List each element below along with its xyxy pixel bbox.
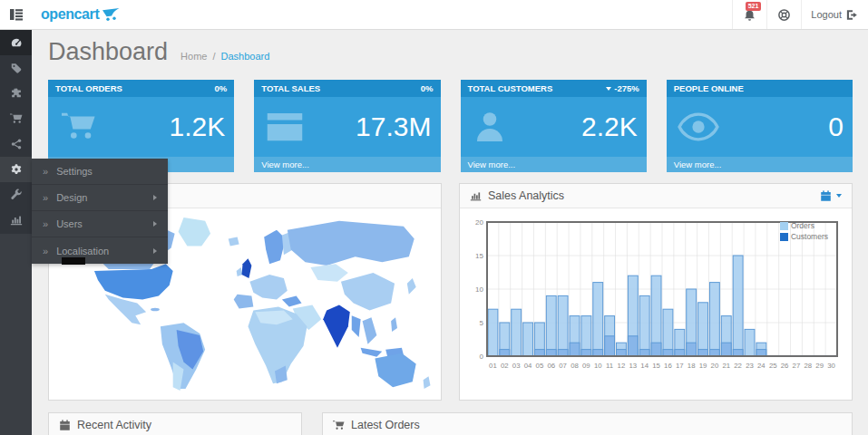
flyout-item-settings[interactable]: » Settings bbox=[32, 159, 168, 185]
credit-card-icon bbox=[265, 111, 305, 143]
sidebar-item-extensions[interactable] bbox=[0, 81, 32, 106]
wrench-icon bbox=[10, 188, 23, 201]
flyout-item-design[interactable]: » Design bbox=[32, 185, 168, 211]
tag-icon bbox=[10, 62, 23, 74]
latest-orders-heading: Latest Orders bbox=[323, 413, 852, 435]
middle-panels-row: Sales Analytics 010203040506070809101112… bbox=[48, 183, 853, 401]
page-header: Dashboard Home / Dashboard bbox=[32, 30, 868, 66]
sidebar-navigation bbox=[0, 30, 32, 435]
page-title: Dashboard bbox=[48, 38, 168, 66]
opencart-logo[interactable]: opencart bbox=[32, 0, 132, 29]
chart-legend: Orders Customers bbox=[780, 221, 828, 243]
view-more-link[interactable]: View more... bbox=[254, 157, 440, 172]
dashboard-icon bbox=[10, 36, 23, 49]
shopping-cart-icon bbox=[59, 110, 99, 144]
sidebar-item-reports[interactable] bbox=[0, 208, 32, 233]
tile-badge: 0% bbox=[215, 83, 228, 93]
eye-icon bbox=[678, 111, 719, 142]
svg-text:10: 10 bbox=[475, 285, 483, 294]
legend-customers: Customers bbox=[780, 232, 828, 241]
tile-badge: -275% bbox=[606, 83, 639, 93]
logout-button[interactable]: Logout bbox=[801, 0, 868, 29]
storefront-button[interactable] bbox=[766, 0, 801, 29]
bar-chart-icon bbox=[10, 214, 23, 227]
tile-value: 1.2K bbox=[170, 111, 226, 142]
tile-total-sales: TOTAL SALES 0% 17.3M View more... bbox=[254, 80, 440, 172]
svg-text:23: 23 bbox=[746, 362, 754, 370]
sidebar-item-marketing[interactable] bbox=[0, 131, 32, 157]
sidebar-lower-area bbox=[0, 234, 32, 435]
svg-text:08: 08 bbox=[571, 362, 579, 370]
sidebar-toggle-button[interactable] bbox=[0, 0, 32, 29]
sidebar-item-catalog[interactable] bbox=[0, 55, 32, 81]
customers-swatch bbox=[780, 233, 788, 241]
tile-badge: 0% bbox=[421, 83, 434, 93]
chevron-right-icon bbox=[153, 195, 157, 200]
svg-text:11: 11 bbox=[606, 362, 613, 370]
topbar-actions: 521 Logout bbox=[732, 0, 868, 29]
sidebar-item-system[interactable] bbox=[0, 157, 32, 182]
flyout-item-users[interactable]: » Users bbox=[32, 211, 168, 237]
menu-toggle-icon bbox=[9, 8, 24, 21]
top-bar: opencart 521 bbox=[0, 0, 868, 30]
panel-title: Recent Activity bbox=[77, 419, 151, 431]
svg-text:29: 29 bbox=[815, 362, 824, 370]
panel-title: Latest Orders bbox=[351, 419, 420, 431]
flyout-scroll-notch bbox=[62, 257, 85, 265]
date-range-dropdown[interactable] bbox=[820, 190, 842, 202]
tile-value: 2.2K bbox=[581, 111, 638, 142]
svg-text:06: 06 bbox=[547, 362, 555, 370]
svg-text:15: 15 bbox=[475, 252, 483, 260]
bottom-panels-row: Recent Activity Latest Orders bbox=[48, 412, 853, 435]
shopping-cart-icon bbox=[10, 112, 23, 125]
sidebar-item-dashboard[interactable] bbox=[0, 30, 32, 55]
view-more-link[interactable]: View more... bbox=[461, 157, 647, 172]
tile-value: 17.3M bbox=[356, 111, 431, 142]
svg-text:5: 5 bbox=[480, 319, 484, 327]
svg-text:20: 20 bbox=[475, 218, 483, 227]
tile-value: 0 bbox=[828, 111, 844, 142]
globe-icon bbox=[777, 8, 791, 22]
notification-count-badge: 521 bbox=[746, 2, 762, 11]
sidebar-item-tools[interactable] bbox=[0, 182, 32, 208]
breadcrumb: Home / Dashboard bbox=[180, 51, 269, 62]
svg-text:12: 12 bbox=[618, 362, 626, 370]
breadcrumb-home[interactable]: Home bbox=[180, 51, 207, 62]
double-chevron-icon: » bbox=[43, 218, 48, 229]
svg-text:28: 28 bbox=[804, 362, 812, 370]
svg-text:18: 18 bbox=[688, 362, 696, 370]
svg-text:22: 22 bbox=[734, 362, 742, 370]
share-nodes-icon bbox=[10, 138, 23, 150]
svg-text:01: 01 bbox=[489, 362, 497, 370]
logout-label: Logout bbox=[811, 9, 842, 20]
svg-text:05: 05 bbox=[536, 362, 544, 370]
svg-text:14: 14 bbox=[640, 362, 649, 370]
panel-title: Sales Analytics bbox=[488, 189, 564, 202]
sidebar-item-sales[interactable] bbox=[0, 106, 32, 131]
double-chevron-icon: » bbox=[43, 192, 48, 203]
svg-text:24: 24 bbox=[757, 362, 766, 370]
breadcrumb-current[interactable]: Dashboard bbox=[221, 51, 270, 62]
calendar-icon bbox=[820, 190, 832, 202]
svg-text:27: 27 bbox=[793, 362, 801, 370]
flyout-item-localisation[interactable]: » Localisation bbox=[32, 237, 168, 264]
recent-activity-heading: Recent Activity bbox=[49, 413, 301, 435]
sign-out-icon bbox=[846, 9, 859, 21]
tile-title: PEOPLE ONLINE bbox=[674, 83, 744, 93]
svg-text:10: 10 bbox=[594, 362, 602, 370]
svg-text:13: 13 bbox=[629, 362, 637, 370]
tile-title: TOTAL CUSTOMERS bbox=[468, 83, 553, 93]
tile-total-customers: TOTAL CUSTOMERS -275% 2.2K View more... bbox=[461, 80, 647, 172]
sales-analytics-heading: Sales Analytics bbox=[460, 184, 852, 208]
svg-text:02: 02 bbox=[501, 362, 509, 370]
svg-text:17: 17 bbox=[676, 362, 684, 370]
tile-title: TOTAL SALES bbox=[261, 83, 320, 93]
svg-text:15: 15 bbox=[652, 362, 660, 370]
bar-chart-icon bbox=[470, 190, 482, 202]
svg-text:04: 04 bbox=[524, 362, 532, 370]
brand-text: opencart bbox=[41, 6, 99, 23]
view-more-link[interactable]: View more... bbox=[667, 157, 853, 172]
svg-text:20: 20 bbox=[711, 362, 719, 370]
calendar-icon bbox=[59, 420, 71, 431]
notifications-button[interactable]: 521 bbox=[732, 0, 766, 29]
